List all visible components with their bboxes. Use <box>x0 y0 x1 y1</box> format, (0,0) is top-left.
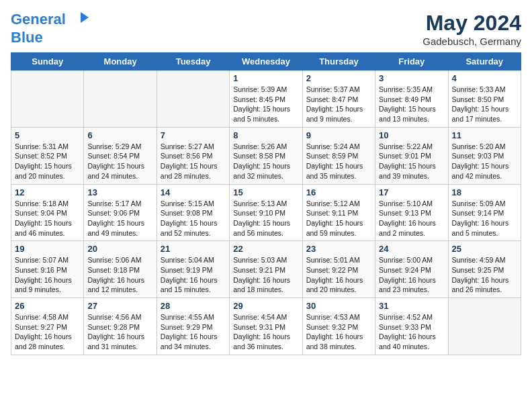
cell-info: Sunrise: 5:20 AM Sunset: 9:03 PM Dayligh… <box>452 142 517 181</box>
logo-general: General <box>11 11 66 28</box>
calendar-cell <box>84 71 157 128</box>
calendar-week-3: 12Sunrise: 5:18 AM Sunset: 9:04 PM Dayli… <box>11 184 521 241</box>
cell-info: Sunrise: 4:56 AM Sunset: 9:28 PM Dayligh… <box>87 312 152 352</box>
calendar-cell: 8Sunrise: 5:26 AM Sunset: 8:58 PM Daylig… <box>230 127 302 184</box>
date-number: 31 <box>379 301 444 311</box>
cell-info: Sunrise: 5:31 AM Sunset: 8:52 PM Dayligh… <box>15 142 80 181</box>
day-header-thursday: Thursday <box>302 53 375 71</box>
location: Gadebusch, Germany <box>423 36 521 47</box>
calendar-week-1: 1Sunrise: 5:39 AM Sunset: 8:45 PM Daylig… <box>11 71 521 128</box>
calendar-week-5: 26Sunrise: 4:58 AM Sunset: 9:27 PM Dayli… <box>11 298 521 355</box>
cell-info: Sunrise: 5:09 AM Sunset: 9:14 PM Dayligh… <box>452 199 517 238</box>
day-header-wednesday: Wednesday <box>230 53 302 71</box>
date-number: 18 <box>452 187 517 197</box>
cell-info: Sunrise: 5:27 AM Sunset: 8:56 PM Dayligh… <box>161 142 226 181</box>
calendar-cell: 24Sunrise: 5:00 AM Sunset: 9:24 PM Dayli… <box>375 241 448 298</box>
cell-info: Sunrise: 5:04 AM Sunset: 9:19 PM Dayligh… <box>161 255 226 295</box>
day-header-friday: Friday <box>375 53 448 71</box>
calendar-cell: 29Sunrise: 4:54 AM Sunset: 9:31 PM Dayli… <box>230 298 302 355</box>
calendar-cell: 30Sunrise: 4:53 AM Sunset: 9:32 PM Dayli… <box>302 298 375 355</box>
calendar-cell: 12Sunrise: 5:18 AM Sunset: 9:04 PM Dayli… <box>11 184 84 241</box>
calendar-cell <box>448 298 521 355</box>
date-number: 11 <box>452 130 517 140</box>
cell-info: Sunrise: 4:52 AM Sunset: 9:33 PM Dayligh… <box>379 312 444 352</box>
cell-info: Sunrise: 5:00 AM Sunset: 9:24 PM Dayligh… <box>379 255 444 295</box>
calendar-cell <box>157 71 229 128</box>
date-number: 5 <box>15 130 80 140</box>
calendar-cell: 28Sunrise: 4:55 AM Sunset: 9:29 PM Dayli… <box>157 298 229 355</box>
date-number: 7 <box>161 130 226 140</box>
cell-info: Sunrise: 5:12 AM Sunset: 9:11 PM Dayligh… <box>306 199 371 238</box>
calendar-cell: 22Sunrise: 5:03 AM Sunset: 9:21 PM Dayli… <box>230 241 302 298</box>
cell-info: Sunrise: 5:18 AM Sunset: 9:04 PM Dayligh… <box>15 199 80 238</box>
cell-info: Sunrise: 5:26 AM Sunset: 8:58 PM Dayligh… <box>233 142 298 181</box>
calendar-cell: 17Sunrise: 5:10 AM Sunset: 9:13 PM Dayli… <box>375 184 448 241</box>
date-number: 9 <box>306 130 371 140</box>
date-number: 20 <box>87 244 152 254</box>
calendar-cell: 25Sunrise: 4:59 AM Sunset: 9:25 PM Dayli… <box>448 241 521 298</box>
calendar-cell: 7Sunrise: 5:27 AM Sunset: 8:56 PM Daylig… <box>157 127 229 184</box>
logo-blue: Blue <box>11 30 90 46</box>
date-number: 19 <box>15 244 80 254</box>
date-number: 23 <box>306 244 371 254</box>
cell-info: Sunrise: 5:17 AM Sunset: 9:06 PM Dayligh… <box>87 199 152 238</box>
calendar-cell: 9Sunrise: 5:24 AM Sunset: 8:59 PM Daylig… <box>302 127 375 184</box>
calendar-cell <box>11 71 84 128</box>
cell-info: Sunrise: 5:15 AM Sunset: 9:08 PM Dayligh… <box>161 199 226 238</box>
calendar-cell: 1Sunrise: 5:39 AM Sunset: 8:45 PM Daylig… <box>230 71 302 128</box>
cell-info: Sunrise: 5:24 AM Sunset: 8:59 PM Dayligh… <box>306 142 371 181</box>
cell-info: Sunrise: 5:39 AM Sunset: 8:45 PM Dayligh… <box>233 85 298 124</box>
day-header-saturday: Saturday <box>448 53 521 71</box>
cell-info: Sunrise: 5:10 AM Sunset: 9:13 PM Dayligh… <box>379 199 444 238</box>
date-number: 30 <box>306 301 371 311</box>
cell-info: Sunrise: 4:54 AM Sunset: 9:31 PM Dayligh… <box>233 312 298 352</box>
logo-text: General <box>11 11 90 30</box>
calendar-cell: 6Sunrise: 5:29 AM Sunset: 8:54 PM Daylig… <box>84 127 157 184</box>
cell-info: Sunrise: 5:33 AM Sunset: 8:50 PM Dayligh… <box>452 85 517 124</box>
calendar-week-4: 19Sunrise: 5:07 AM Sunset: 9:16 PM Dayli… <box>11 241 521 298</box>
calendar-table: SundayMondayTuesdayWednesdayThursdayFrid… <box>11 52 521 355</box>
calendar-cell: 2Sunrise: 5:37 AM Sunset: 8:47 PM Daylig… <box>302 71 375 128</box>
date-number: 8 <box>233 130 298 140</box>
date-number: 15 <box>233 187 298 197</box>
date-number: 29 <box>233 301 298 311</box>
calendar-cell: 27Sunrise: 4:56 AM Sunset: 9:28 PM Dayli… <box>84 298 157 355</box>
logo-icon <box>71 11 90 30</box>
date-number: 14 <box>161 187 226 197</box>
calendar-cell: 13Sunrise: 5:17 AM Sunset: 9:06 PM Dayli… <box>84 184 157 241</box>
day-header-row: SundayMondayTuesdayWednesdayThursdayFrid… <box>11 53 521 71</box>
date-number: 13 <box>87 187 152 197</box>
cell-info: Sunrise: 5:37 AM Sunset: 8:47 PM Dayligh… <box>306 85 371 124</box>
date-number: 26 <box>15 301 80 311</box>
date-number: 21 <box>161 244 226 254</box>
cell-info: Sunrise: 4:58 AM Sunset: 9:27 PM Dayligh… <box>15 312 80 352</box>
date-number: 24 <box>379 244 444 254</box>
calendar-cell: 19Sunrise: 5:07 AM Sunset: 9:16 PM Dayli… <box>11 241 84 298</box>
date-number: 3 <box>379 73 444 83</box>
date-number: 22 <box>233 244 298 254</box>
svg-marker-0 <box>81 12 89 23</box>
calendar-cell: 3Sunrise: 5:35 AM Sunset: 8:49 PM Daylig… <box>375 71 448 128</box>
day-header-sunday: Sunday <box>11 53 84 71</box>
calendar-cell: 10Sunrise: 5:22 AM Sunset: 9:01 PM Dayli… <box>375 127 448 184</box>
calendar-cell: 21Sunrise: 5:04 AM Sunset: 9:19 PM Dayli… <box>157 241 229 298</box>
page-header: General Blue May 2024 Gadebusch, Germany <box>11 11 521 47</box>
cell-info: Sunrise: 4:53 AM Sunset: 9:32 PM Dayligh… <box>306 312 371 352</box>
calendar-cell: 4Sunrise: 5:33 AM Sunset: 8:50 PM Daylig… <box>448 71 521 128</box>
calendar-cell: 16Sunrise: 5:12 AM Sunset: 9:11 PM Dayli… <box>302 184 375 241</box>
calendar-week-2: 5Sunrise: 5:31 AM Sunset: 8:52 PM Daylig… <box>11 127 521 184</box>
date-number: 16 <box>306 187 371 197</box>
cell-info: Sunrise: 5:35 AM Sunset: 8:49 PM Dayligh… <box>379 85 444 124</box>
calendar-cell: 23Sunrise: 5:01 AM Sunset: 9:22 PM Dayli… <box>302 241 375 298</box>
cell-info: Sunrise: 5:07 AM Sunset: 9:16 PM Dayligh… <box>15 255 80 295</box>
calendar-cell: 18Sunrise: 5:09 AM Sunset: 9:14 PM Dayli… <box>448 184 521 241</box>
calendar-cell: 31Sunrise: 4:52 AM Sunset: 9:33 PM Dayli… <box>375 298 448 355</box>
date-number: 2 <box>306 73 371 83</box>
cell-info: Sunrise: 4:55 AM Sunset: 9:29 PM Dayligh… <box>161 312 226 352</box>
calendar-cell: 11Sunrise: 5:20 AM Sunset: 9:03 PM Dayli… <box>448 127 521 184</box>
cell-info: Sunrise: 5:06 AM Sunset: 9:18 PM Dayligh… <box>87 255 152 295</box>
calendar-cell: 15Sunrise: 5:13 AM Sunset: 9:10 PM Dayli… <box>230 184 302 241</box>
date-number: 25 <box>452 244 517 254</box>
date-number: 10 <box>379 130 444 140</box>
cell-info: Sunrise: 5:22 AM Sunset: 9:01 PM Dayligh… <box>379 142 444 181</box>
